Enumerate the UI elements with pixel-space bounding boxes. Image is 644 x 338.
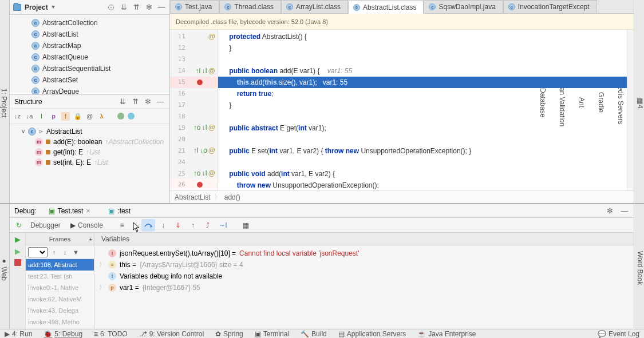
editor-tab[interactable]: cTest.java xyxy=(170,0,219,13)
code-line[interactable] xyxy=(218,54,627,65)
line-number[interactable]: 20 xyxy=(170,133,218,145)
hide-icon[interactable]: — xyxy=(620,206,629,216)
line-number[interactable]: 11@ xyxy=(170,31,218,42)
gear-icon[interactable]: ✻ xyxy=(143,97,152,106)
anon-filter-icon[interactable]: @ xyxy=(85,112,94,121)
tree-item[interactable]: cAbstractSequentialList xyxy=(10,63,169,74)
thread-selector[interactable] xyxy=(28,247,48,257)
variables-body[interactable]: !jsonRequest.entrySet().toArray()[10] = … xyxy=(94,245,634,329)
lambda-filter-icon[interactable]: λ xyxy=(97,112,106,121)
variable-row[interactable]: !jsonRequest.entrySet().toArray()[10] = … xyxy=(99,248,629,259)
code-line[interactable]: public boolean add(E var1) { var1: 55 xyxy=(218,65,627,77)
tree-item[interactable]: cArrayDeque xyxy=(10,86,169,94)
code-line[interactable]: throw new UnsupportedOperationException(… xyxy=(218,180,627,190)
tree-item[interactable]: cAbstractSet xyxy=(10,74,169,86)
app-servers-status-tab[interactable]: ▤ Application Servers xyxy=(338,330,406,338)
variable-row[interactable]: iVariables debug info not available xyxy=(99,271,629,282)
code-line[interactable]: this.add(this.size(), var1); var1: 55 xyxy=(218,77,627,88)
run-status-tab[interactable]: ▶ 4: Run xyxy=(5,330,32,338)
code-line[interactable]: } xyxy=(218,42,627,54)
debugger-tab[interactable]: Debugger xyxy=(27,219,67,232)
stack-frame[interactable]: invoke:498, Metho xyxy=(26,316,94,328)
line-number[interactable]: 13 xyxy=(170,54,218,65)
field-filter-icon[interactable]: f xyxy=(61,112,70,121)
run-config-test[interactable]: ▣Test.test× xyxy=(42,205,97,217)
gutter-override-icons[interactable]: ↑o ↓I @ xyxy=(193,124,215,132)
structure-tree[interactable]: ∨c⊳AbstractListmadd(E): boolean ↑Abstrac… xyxy=(10,124,169,204)
method-item[interactable]: mset(int, E): E ↑List xyxy=(10,157,169,168)
property-filter-icon[interactable]: p xyxy=(49,112,58,121)
method-item[interactable]: madd(E): boolean ↑AbstractCollection xyxy=(10,137,169,147)
java-ee-status-tab[interactable]: ☕ Java Enterprise xyxy=(417,330,476,338)
editor-tab[interactable]: cArrayList.class xyxy=(281,0,348,13)
collapse-icon[interactable]: ⇈ xyxy=(131,97,140,106)
interface-filter-icon[interactable]: I xyxy=(37,112,46,121)
step-into-button[interactable]: ↓ xyxy=(156,219,170,232)
web-tab[interactable]: ● Web xyxy=(0,257,8,281)
line-number[interactable]: 25↑o ↓I @ xyxy=(170,168,218,179)
prev-frame-icon[interactable]: ↑ xyxy=(50,248,58,256)
spring-status-tab[interactable]: ✿ Spring xyxy=(215,330,243,338)
code-line[interactable]: protected AbstractList() { xyxy=(218,31,627,42)
line-number[interactable]: 26 xyxy=(170,179,218,190)
line-number[interactable]: 24 xyxy=(170,156,218,168)
run-config-gradle-test[interactable]: ▣:test xyxy=(102,205,137,217)
close-icon[interactable]: × xyxy=(86,207,90,215)
evaluate-expression-button[interactable]: ▦ xyxy=(239,219,252,232)
stack-frame[interactable]: invoke:62, NativeM xyxy=(26,293,94,305)
gear-icon[interactable]: ✻ xyxy=(144,3,153,12)
error-stripe[interactable] xyxy=(627,30,634,190)
code-line[interactable]: public abstract E get(int var1); xyxy=(218,122,627,134)
stack-frame[interactable]: invoke:43, Delega xyxy=(26,305,94,316)
line-number[interactable]: 17 xyxy=(170,100,218,111)
code-body[interactable]: protected AbstractList() { } public bool… xyxy=(218,30,627,190)
line-number-gutter[interactable]: 11@121314↑I ↓I @1516171819↑o ↓I @2021↑I … xyxy=(170,30,218,190)
line-number[interactable]: 19↑o ↓I @ xyxy=(170,122,218,133)
variable-row[interactable]: 〉pvar1 = {Integer@1667} 55 xyxy=(99,282,629,293)
breadcrumb-bar[interactable]: AbstractList 〉 add() xyxy=(170,190,634,203)
code-line[interactable]: } xyxy=(218,100,627,111)
threads-icon[interactable]: ≡ xyxy=(115,219,129,232)
vcs-status-tab[interactable]: ⎇ 9: Version Control xyxy=(139,330,204,338)
collapse-all-icon[interactable]: ⇈ xyxy=(132,3,141,12)
todo-status-tab[interactable]: ≡ 6: TODO xyxy=(94,330,128,338)
stop-button[interactable] xyxy=(14,259,21,266)
build-status-tab[interactable]: 🔨 Build xyxy=(301,330,327,338)
method-item[interactable]: mget(int): E ↑List xyxy=(10,147,169,157)
console-tab[interactable]: ▶Console xyxy=(68,219,114,232)
sort-alpha-icon[interactable]: ↓a xyxy=(25,112,34,121)
line-number[interactable]: 21↑I ↓o @ xyxy=(170,145,218,156)
expand-icon[interactable]: ⇊ xyxy=(118,97,127,106)
step-out-button[interactable]: ↑ xyxy=(186,219,200,232)
gutter-override-icons[interactable]: ↑o ↓I @ xyxy=(193,169,215,177)
code-line[interactable]: return true; xyxy=(218,88,627,100)
breadcrumb-class[interactable]: AbstractList xyxy=(175,193,211,201)
expand-all-icon[interactable]: ⇊ xyxy=(119,3,128,12)
gutter-override-icons[interactable]: ↑I ↓o @ xyxy=(193,146,215,154)
event-log-tab[interactable]: 💬 Event Log xyxy=(598,330,639,338)
code-line[interactable] xyxy=(218,157,627,168)
code-line[interactable]: public void add(int var1, E var2) { xyxy=(218,168,627,180)
editor-tab[interactable]: cAbstractList.class xyxy=(348,1,424,14)
tree-item[interactable]: cAbstractCollection xyxy=(10,17,169,29)
filter-icon[interactable]: ▼ xyxy=(72,248,80,256)
debug-status-tab[interactable]: 🐞 5: Debug xyxy=(44,330,82,338)
code-line[interactable]: public E set(int var1, E var2) { throw n… xyxy=(218,145,627,157)
hide-icon[interactable]: — xyxy=(156,97,165,106)
project-tool-tab[interactable]: 1: Project xyxy=(0,89,8,118)
green-circle-icon[interactable] xyxy=(117,113,124,120)
next-frame-icon[interactable]: ↓ xyxy=(61,248,69,256)
force-step-into-button[interactable]: ⇓ xyxy=(171,219,185,232)
scroll-from-source-icon[interactable] xyxy=(106,3,116,12)
word-book-tab[interactable]: Word Book xyxy=(636,251,644,285)
tree-item[interactable]: cAbstractList xyxy=(10,29,169,40)
lock-icon[interactable]: 🔒 xyxy=(73,112,82,121)
hide-icon[interactable]: — xyxy=(157,3,166,12)
expand-icon[interactable]: 〉 xyxy=(99,261,105,269)
tool-tab[interactable]: ▦4 xyxy=(636,97,644,109)
blue-circle-icon[interactable] xyxy=(128,113,135,120)
variable-row[interactable]: 〉≡this = {Arrays$ArrayList@1666} size = … xyxy=(99,259,629,271)
gutter-override-icons[interactable]: ↑I ↓I @ xyxy=(195,67,215,75)
project-dropdown-icon[interactable] xyxy=(52,6,55,9)
line-number[interactable]: 18 xyxy=(170,110,218,122)
